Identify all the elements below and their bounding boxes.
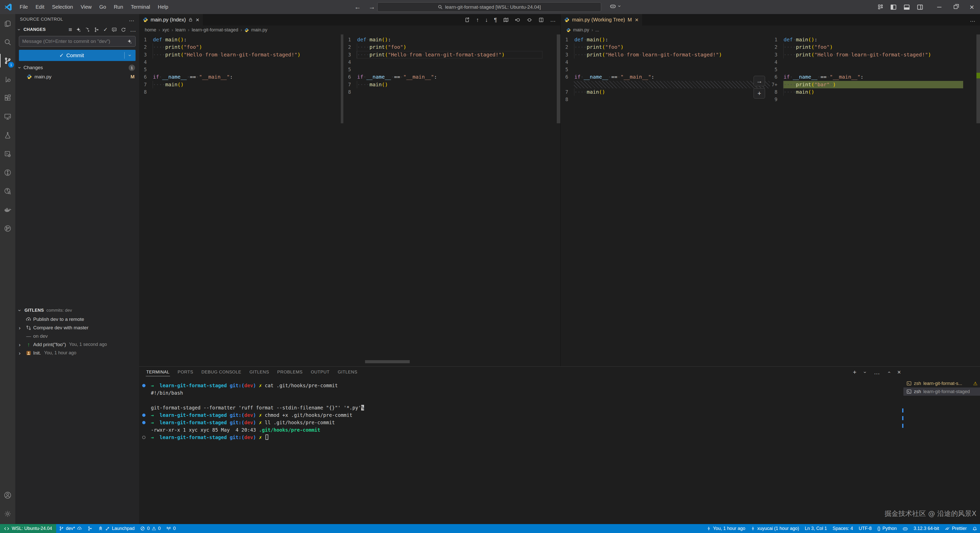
menu-run[interactable]: Run bbox=[110, 0, 127, 14]
gitlens-icon[interactable] bbox=[0, 163, 15, 182]
menu-edit[interactable]: Edit bbox=[32, 0, 48, 14]
toggle-primary-sidebar-icon[interactable] bbox=[890, 4, 897, 11]
gitlens-on-dev-row[interactable]: — on dev bbox=[15, 332, 139, 340]
git-graph-icon[interactable] bbox=[0, 219, 15, 238]
settings-gear-icon[interactable] bbox=[0, 504, 15, 523]
customize-layout-icon[interactable] bbox=[877, 4, 883, 11]
stage-change-plus-button[interactable]: + bbox=[754, 88, 765, 99]
diff-pane-modified[interactable]: 1def·main():2····print("foo")3····print(… bbox=[344, 35, 560, 366]
panel-tab-debug-console[interactable]: DEBUG CONSOLE bbox=[197, 367, 245, 378]
previous-change-icon[interactable]: ↑ bbox=[476, 17, 479, 23]
scrollbar[interactable] bbox=[977, 35, 980, 123]
gitlens-inspect-icon[interactable] bbox=[0, 182, 15, 200]
sparkle-icon[interactable] bbox=[76, 27, 81, 32]
diff-pane-modified[interactable]: 1def·main():2····print("foo")3····print(… bbox=[770, 35, 980, 366]
tab-main-py-index[interactable]: main.py (Index) × bbox=[139, 14, 203, 25]
changed-file-row[interactable]: main.py M bbox=[15, 72, 139, 81]
menu-view[interactable]: View bbox=[77, 0, 95, 14]
search-view-icon[interactable] bbox=[0, 33, 15, 51]
testing-icon[interactable] bbox=[0, 126, 15, 145]
inline-view-icon[interactable] bbox=[527, 17, 532, 23]
view-more-actions-icon[interactable]: … bbox=[129, 16, 135, 23]
create-branch-icon[interactable] bbox=[85, 27, 90, 32]
toggle-panel-icon[interactable] bbox=[904, 4, 910, 11]
changes-tree-header[interactable]: › Changes 1 bbox=[15, 63, 139, 72]
menu-selection[interactable]: Selection bbox=[48, 0, 77, 14]
tab-main-py-working-tree[interactable]: main.py (Working Tree) M × bbox=[561, 14, 642, 25]
menu-go[interactable]: Go bbox=[95, 0, 110, 14]
toggle-whitespace-icon[interactable]: ¶ bbox=[494, 17, 497, 23]
breadcrumb[interactable]: main.py › ... bbox=[561, 25, 980, 35]
source-control-icon[interactable]: 1 bbox=[0, 51, 15, 70]
maximize-panel-icon[interactable]: › bbox=[886, 370, 891, 374]
copilot-status-button[interactable] bbox=[900, 524, 911, 533]
explorer-icon[interactable] bbox=[0, 14, 15, 33]
terminal-list-item[interactable]: zsh learn-git-format-s... ⚠ bbox=[904, 379, 980, 388]
forward-arrow-icon[interactable]: → bbox=[369, 3, 375, 11]
notebook-gear-icon[interactable] bbox=[0, 145, 15, 163]
notifications-bell-button[interactable] bbox=[969, 524, 980, 533]
encoding-indicator[interactable]: UTF-8 bbox=[856, 524, 875, 533]
run-debug-icon[interactable] bbox=[0, 70, 15, 89]
refresh-icon[interactable] bbox=[121, 27, 126, 32]
breadcrumb-item[interactable]: main.py bbox=[251, 27, 267, 33]
command-decoration-icon[interactable] bbox=[142, 384, 145, 387]
new-terminal-icon[interactable]: + bbox=[853, 369, 856, 376]
panel-tab-output[interactable]: OUTPUT bbox=[307, 367, 333, 378]
breadcrumb-item[interactable]: learn-git-format-staged bbox=[192, 27, 238, 33]
close-window-button[interactable]: × bbox=[964, 0, 980, 14]
breadcrumb-item[interactable]: main.py bbox=[573, 27, 589, 33]
diff-pane-original[interactable]: 1def·main():2····print("foo")3····print(… bbox=[139, 35, 344, 366]
view-as-list-icon[interactable]: ≡ bbox=[68, 26, 72, 33]
sparkle-icon[interactable] bbox=[127, 38, 132, 44]
more-actions-icon[interactable]: … bbox=[130, 26, 136, 33]
terminal-viewport[interactable]: → learn-git-format-staged git:(dev) ✗ ca… bbox=[139, 378, 904, 524]
diff-pane-original[interactable]: 1def·main():2····print("foo")3····print(… bbox=[561, 35, 770, 366]
commit-check-icon[interactable]: ✓ bbox=[103, 27, 108, 33]
breadcrumb-item[interactable]: ... bbox=[595, 27, 599, 33]
menu-terminal[interactable]: Terminal bbox=[127, 0, 154, 14]
gitlens-launchpad-button[interactable]: Launchpad bbox=[95, 524, 137, 533]
gitlens-commit-row[interactable]: › ↑ Add print("foo") You, 1 second ago bbox=[15, 340, 139, 349]
cursor-position[interactable]: Ln 3, Col 1 bbox=[802, 524, 830, 533]
gitlens-commit-row[interactable]: › Init. You, 1 hour ago bbox=[15, 349, 139, 357]
gitlens-compare-row[interactable]: › Compare dev with master bbox=[15, 323, 139, 332]
split-editor-icon[interactable] bbox=[538, 17, 544, 23]
more-actions-icon[interactable]: … bbox=[550, 17, 556, 23]
menu-file[interactable]: File bbox=[16, 0, 32, 14]
panel-tab-terminal[interactable]: TERMINAL bbox=[142, 367, 173, 378]
more-actions-icon[interactable]: … bbox=[970, 17, 975, 23]
ports-indicator[interactable]: 0 bbox=[163, 524, 178, 533]
next-change-icon[interactable]: ↓ bbox=[485, 17, 488, 23]
more-actions-icon[interactable]: … bbox=[874, 369, 880, 376]
command-center-search[interactable]: learn-git-format-staged [WSL: Ubuntu-24.… bbox=[377, 2, 601, 12]
revert-change-arrow-button[interactable]: → bbox=[754, 76, 765, 86]
copilot-menu-button[interactable]: › bbox=[609, 3, 622, 10]
close-icon[interactable]: × bbox=[196, 16, 199, 24]
open-file-icon[interactable] bbox=[465, 17, 470, 23]
close-icon[interactable]: × bbox=[635, 16, 638, 24]
panel-tab-gitlens[interactable]: GITLENS bbox=[245, 367, 273, 378]
language-mode-indicator[interactable]: {} Python bbox=[875, 524, 900, 533]
panel-tab-ports[interactable]: PORTS bbox=[173, 367, 197, 378]
panel-tab-problems[interactable]: PROBLEMS bbox=[273, 367, 307, 378]
indentation-indicator[interactable]: Spaces: 4 bbox=[830, 524, 856, 533]
graph-icon[interactable] bbox=[94, 27, 99, 32]
toggle-secondary-sidebar-icon[interactable] bbox=[917, 4, 923, 11]
commit-button[interactable]: ✓ Commit › bbox=[19, 50, 135, 61]
back-arrow-icon[interactable]: ← bbox=[354, 3, 361, 11]
docker-icon[interactable] bbox=[0, 200, 15, 219]
gitlens-section-header[interactable]: › GITLENS commits: dev bbox=[15, 306, 139, 315]
swap-sides-icon[interactable] bbox=[515, 17, 520, 23]
close-panel-icon[interactable]: × bbox=[897, 369, 901, 376]
remote-indicator[interactable]: WSL: Ubuntu-24.04 bbox=[0, 524, 56, 533]
breadcrumb-item[interactable]: home bbox=[145, 27, 156, 33]
terminal-dropdown-icon[interactable]: › bbox=[862, 370, 868, 374]
extensions-icon[interactable] bbox=[0, 89, 15, 107]
gitlens-publish-row[interactable]: Publish dev to a remote bbox=[15, 315, 139, 323]
menu-help[interactable]: Help bbox=[154, 0, 172, 14]
comment-code-icon[interactable] bbox=[111, 27, 117, 32]
restore-button[interactable] bbox=[947, 0, 964, 14]
scm-graph-button[interactable] bbox=[85, 524, 95, 533]
panel-tab-gitlens-2[interactable]: GITLENS bbox=[334, 367, 361, 378]
